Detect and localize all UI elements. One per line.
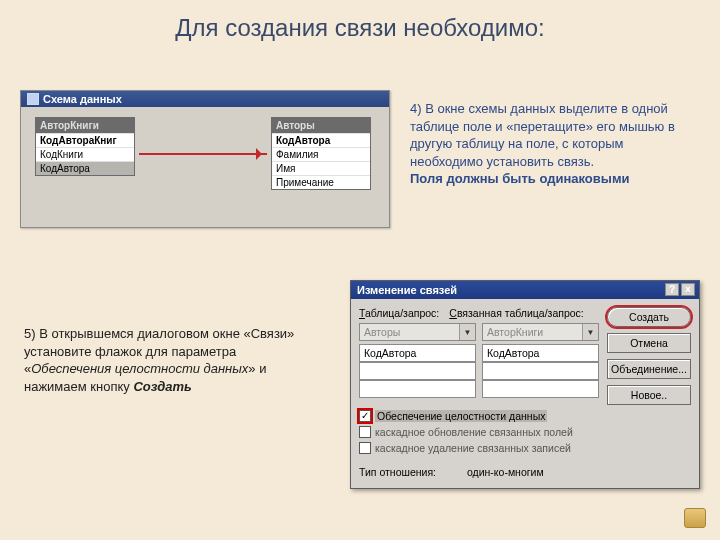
field-right[interactable]: КодАвтора [482, 344, 599, 362]
checkbox-cascade-delete[interactable] [359, 442, 371, 454]
schema-window: Схема данных АвторКниги КодАвтораКниг Ко… [20, 90, 390, 228]
create-button[interactable]: Создать [607, 307, 691, 327]
step4-body: 4) В окне схемы данных выделите в одной … [410, 101, 675, 169]
page-title: Для создания связи необходимо: [0, 0, 720, 52]
table-row[interactable]: КодАвтораКниг [36, 133, 134, 147]
checkbox-label: каскадное обновление связанных полей [375, 426, 573, 438]
table-avtory[interactable]: Авторы КодАвтора Фамилия Имя Примечание [271, 117, 371, 190]
checkbox-cascade-delete-row[interactable]: каскадное удаление связанных записей [359, 442, 691, 454]
checkbox-label: каскадное удаление связанных записей [375, 442, 571, 454]
table-row[interactable]: Имя [272, 161, 370, 175]
dialog-caption: Изменение связей [357, 284, 457, 296]
step4-bold: Поля должны быть одинаковыми [410, 171, 630, 186]
checkbox-integrity[interactable] [359, 410, 371, 422]
field-left[interactable]: КодАвтора [359, 344, 476, 362]
combo-value: АвторКниги [487, 326, 543, 338]
reltype-value: один-ко-многим [467, 466, 544, 478]
help-icon[interactable]: ? [665, 283, 679, 296]
table-row[interactable]: КодКниги [36, 147, 134, 161]
close-icon[interactable]: × [681, 283, 695, 296]
field-blank[interactable]: . [482, 362, 599, 380]
chevron-down-icon[interactable]: ▼ [582, 324, 598, 340]
checkbox-cascade-update-row[interactable]: каскадное обновление связанных полей [359, 426, 691, 438]
relation-type: Тип отношения: один-ко-многим [359, 466, 691, 478]
home-icon[interactable] [684, 508, 706, 528]
window-controls: ? × [665, 283, 695, 296]
dialog-buttons: Создать Отмена Объединение... Новое.. [607, 307, 691, 405]
new-button[interactable]: Новое.. [607, 385, 691, 405]
table-row[interactable]: Фамилия [272, 147, 370, 161]
checkbox-cascade-update[interactable] [359, 426, 371, 438]
schema-body: АвторКниги КодАвтораКниг КодКниги КодАвт… [21, 107, 389, 227]
chevron-down-icon[interactable]: ▼ [459, 324, 475, 340]
dialog-body: ТТаблица/запрос:аблица/запрос: Связанная… [351, 299, 699, 488]
label-linked: Связанная таблица/запрос: [449, 307, 583, 319]
reltype-label: Тип отношения: [359, 466, 436, 478]
dialog-titlebar: Изменение связей ? × [351, 281, 699, 299]
combo-table[interactable]: Авторы ▼ [359, 323, 476, 341]
schema-icon [27, 93, 39, 105]
step4-text: 4) В окне схемы данных выделите в одной … [410, 100, 700, 188]
step5-btn: Создать [133, 379, 191, 394]
combo-linked-table[interactable]: АвторКниги ▼ [482, 323, 599, 341]
cancel-button[interactable]: Отмена [607, 333, 691, 353]
drag-arrow-icon [139, 153, 267, 155]
checkbox-integrity-label: Обеспечение целостности данных [375, 410, 547, 422]
field-blank[interactable]: . [359, 362, 476, 380]
schema-caption: Схема данных [43, 93, 122, 105]
table-header: Авторы [272, 118, 370, 133]
table-avtorknigi[interactable]: АвторКниги КодАвтораКниг КодКниги КодАвт… [35, 117, 135, 176]
schema-titlebar: Схема данных [21, 91, 389, 107]
table-row[interactable]: Примечание [272, 175, 370, 189]
field-blank[interactable]: . [359, 380, 476, 398]
checkbox-integrity-row[interactable]: Обеспечение целостности данных [359, 410, 691, 422]
field-blank[interactable]: . [482, 380, 599, 398]
label-table: ТТаблица/запрос:аблица/запрос: [359, 307, 439, 319]
join-button[interactable]: Объединение... [607, 359, 691, 379]
table-row[interactable]: КодАвтора [36, 161, 134, 175]
table-header: АвторКниги [36, 118, 134, 133]
edit-relations-dialog: Изменение связей ? × ТТаблица/запрос:абл… [350, 280, 700, 489]
combo-value: Авторы [364, 326, 400, 338]
step5-text: 5) В открывшемся диалоговом окне «Связи»… [24, 325, 324, 395]
step5-em: Обеспечения целостности данных [31, 361, 248, 376]
table-row[interactable]: КодАвтора [272, 133, 370, 147]
